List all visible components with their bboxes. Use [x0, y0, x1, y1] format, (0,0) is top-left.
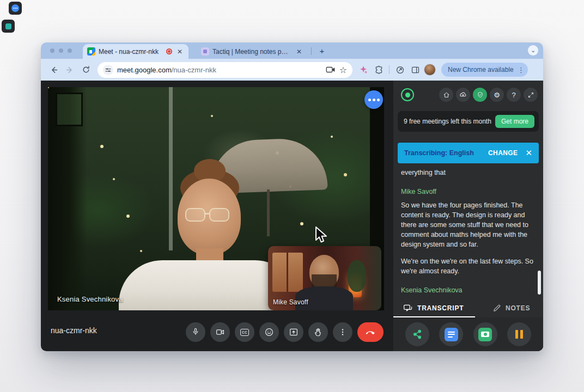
settings-gear-icon[interactable]: ⚙	[490, 88, 504, 102]
cc-icon: cc	[240, 329, 249, 336]
active-tab-underline	[393, 316, 475, 318]
document-button[interactable]	[439, 322, 463, 346]
pause-button[interactable]	[507, 322, 531, 346]
screenshot-button[interactable]	[473, 322, 497, 346]
teal-app-icon[interactable]	[2, 20, 15, 33]
mouse-cursor	[315, 226, 329, 246]
transcript-fragment: everything that	[401, 168, 536, 177]
extensions-puzzle-icon[interactable]	[372, 63, 385, 76]
google-meet-stage: Mike Savoff Ksenia Svechnikova nua-czmr-…	[41, 81, 393, 351]
resize-panel-icon[interactable]	[524, 88, 538, 102]
pencil-icon	[492, 304, 501, 313]
tab-divider	[311, 47, 312, 55]
chat-bubble-app-icon[interactable]	[9, 2, 22, 15]
tactiq-sidebar: ⚙ ? 9 free meetings left this month Get …	[393, 81, 543, 351]
close-tab-icon[interactable]: ✕	[295, 47, 303, 56]
pip-scene-window	[272, 253, 303, 292]
participant-glasses	[185, 208, 229, 222]
tab-title: Tactiq | Meeting notes power	[212, 48, 291, 56]
sidebar-tabs: TRANSCRIPT NOTES	[393, 299, 543, 317]
url-bar[interactable]: meet.google.com/nua-czmr-nkk ☆	[98, 62, 352, 78]
tab-tactiq[interactable]: Tactiq | Meeting notes power ✕	[197, 44, 308, 59]
sidebar-scrollbar[interactable]	[538, 271, 541, 295]
speaker-name: Mike Savoff	[401, 187, 536, 197]
window-traffic-lights[interactable]	[50, 48, 72, 53]
sidebar-action-bar	[393, 317, 543, 351]
meet-controls: cc	[186, 322, 384, 342]
recording-indicator-icon	[166, 48, 172, 54]
pause-icon	[515, 330, 523, 339]
quota-text: 9 free meetings left this month	[400, 118, 495, 125]
tab-strip: Meet - nua-czmr-nkk ✕ Tactiq | Meeting n…	[41, 42, 543, 59]
more-options-button[interactable]	[333, 322, 352, 342]
tab-label: TRANSCRIPT	[417, 304, 464, 312]
shield-check-icon[interactable]	[473, 88, 487, 102]
back-icon[interactable]	[46, 63, 60, 77]
screenshot-camera-icon	[478, 328, 492, 341]
transcribing-label: Transcribing: English	[404, 149, 488, 157]
main-video-tile[interactable]: Mike Savoff Ksenia Svechnikova	[48, 87, 384, 310]
url-path: /nua-czmr-nkk	[172, 66, 216, 74]
captions-button[interactable]: cc	[235, 322, 254, 342]
transcribing-banner: Transcribing: English CHANGE ✕	[398, 143, 539, 163]
end-call-button[interactable]	[357, 322, 384, 342]
bookmark-star-icon[interactable]: ☆	[339, 65, 347, 75]
transcript-panel[interactable]: everything that Mike Savoff So we have t…	[393, 163, 543, 299]
microphone-button[interactable]	[186, 322, 205, 342]
cloud-upload-icon[interactable]	[456, 88, 470, 102]
help-icon[interactable]: ?	[507, 88, 521, 102]
chrome-update-label: New Chrome available	[448, 66, 514, 74]
scene-window-frame	[48, 87, 87, 310]
chrome-update-button[interactable]: New Chrome available ⋮	[441, 63, 528, 77]
reactions-button[interactable]	[259, 322, 279, 342]
tab-search-chevron-icon[interactable]: ⌄	[528, 45, 538, 56]
side-panel-icon[interactable]	[409, 63, 422, 76]
raise-hand-button[interactable]	[308, 322, 328, 342]
self-view-tile[interactable]: Mike Savoff	[268, 246, 381, 310]
tab-title: Meet - nua-czmr-nkk	[99, 48, 163, 56]
chat-notification-bubble-icon[interactable]	[364, 90, 383, 109]
participant-name-label: Ksenia Svechnikova	[57, 295, 123, 303]
document-icon	[445, 328, 458, 341]
string-lights	[48, 87, 49, 88]
teal-glyph-icon	[5, 23, 11, 29]
typing-dots-icon	[11, 4, 19, 12]
pink-extension-icon[interactable]	[357, 63, 370, 76]
tactiq-favicon	[201, 47, 209, 56]
scene-umbrella-pole	[267, 189, 270, 236]
tab-notes[interactable]: NOTES	[492, 304, 530, 313]
browser-window: Meet - nua-czmr-nkk ✕ Tactiq | Meeting n…	[41, 42, 543, 351]
reload-icon[interactable]	[79, 63, 93, 77]
url-text[interactable]: meet.google.com/nua-czmr-nkk	[117, 66, 322, 74]
new-tab-button[interactable]: +	[317, 46, 327, 57]
meet-favicon	[87, 47, 95, 56]
meeting-code: nua-czmr-nkk	[51, 326, 97, 335]
forward-icon[interactable]	[63, 63, 77, 77]
close-tab-icon[interactable]: ✕	[175, 47, 184, 56]
quota-banner: 9 free meetings left this month Get more	[398, 111, 539, 132]
transcript-paragraph: So we have the four pages finished. The …	[401, 200, 536, 249]
profile-avatar[interactable]	[424, 64, 436, 76]
close-banner-icon[interactable]: ✕	[525, 148, 532, 158]
tactiq-header: ⚙ ?	[393, 81, 543, 109]
transcript-paragraph: We're on the we're on the last few steps…	[401, 256, 536, 276]
loop-extension-icon[interactable]	[393, 63, 406, 76]
scene-pole	[169, 87, 173, 250]
present-screen-button[interactable]	[284, 322, 303, 342]
site-settings-tune-icon[interactable]	[103, 65, 113, 75]
chat-transcript-icon	[403, 304, 413, 313]
change-language-button[interactable]: CHANGE	[488, 149, 518, 157]
speaker-name: Ksenia Svechnikova	[401, 285, 536, 295]
share-icon	[412, 329, 423, 340]
browser-menu-icon[interactable]: ⋮	[518, 66, 525, 74]
home-icon[interactable]	[439, 88, 453, 102]
share-button[interactable]	[405, 322, 429, 346]
tab-camera-icon[interactable]	[326, 66, 336, 74]
get-more-button[interactable]: Get more	[495, 115, 534, 128]
tab-meet[interactable]: Meet - nua-czmr-nkk ✕	[83, 44, 188, 59]
camera-button[interactable]	[210, 322, 230, 342]
toolbar-divider	[389, 65, 390, 74]
browser-toolbar: meet.google.com/nua-czmr-nkk ☆ New Chrom…	[41, 59, 543, 81]
tab-transcript[interactable]: TRANSCRIPT	[393, 304, 476, 313]
tab-label: NOTES	[506, 304, 530, 312]
